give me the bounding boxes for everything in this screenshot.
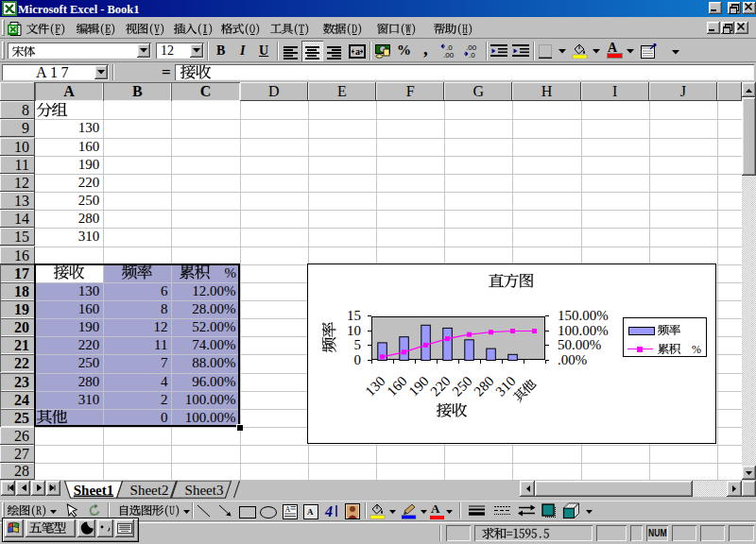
svg-text:.00: .00 bbox=[443, 51, 455, 59]
svg-text:Sheet3: Sheet3 bbox=[184, 482, 223, 497]
svg-text:Sheet1: Sheet1 bbox=[74, 482, 114, 497]
svg-text:Sheet2: Sheet2 bbox=[130, 482, 169, 497]
svg-text:4: 4 bbox=[324, 503, 333, 518]
svg-text:.0: .0 bbox=[469, 51, 475, 59]
svg-text:A: A bbox=[285, 505, 291, 514]
svg-text:A: A bbox=[307, 507, 314, 517]
svg-text:a: a bbox=[355, 46, 360, 57]
